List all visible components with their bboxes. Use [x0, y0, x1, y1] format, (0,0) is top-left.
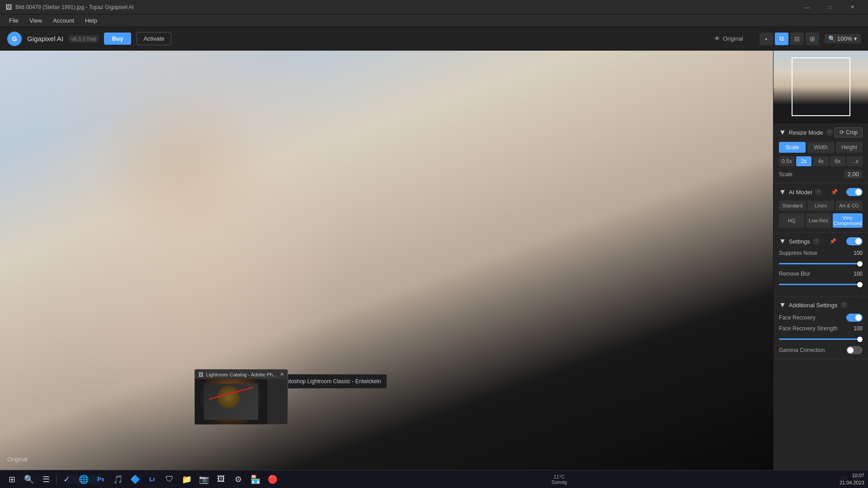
resize-mode-help[interactable]: ? [826, 129, 833, 136]
additional-settings-title: Additional Settings [789, 302, 838, 309]
original-label: Original [723, 35, 743, 42]
menu-account[interactable]: Account [47, 15, 80, 26]
app-header: G Gigapixel AI v6.3.3 Trial Buy Activate… [0, 27, 868, 51]
view-split-h-button[interactable]: ⊟ [790, 33, 804, 45]
taskbar-app-red-button[interactable]: 🔴 [264, 471, 281, 488]
remove-blur-slider[interactable] [779, 284, 863, 285]
face-recovery-toggle[interactable] [846, 314, 863, 322]
weather-desc: Sonnig [552, 479, 567, 485]
taskbar-photos-button[interactable]: 🖼 [213, 471, 229, 488]
resize-mode-row: ▼ Resize Mode ? ⟳ Crop [779, 127, 863, 137]
gamma-correction-toggle[interactable] [846, 346, 863, 354]
taskbar-security-button[interactable]: 🛡 [161, 471, 178, 488]
additional-settings-header[interactable]: ▼ Additional Settings ? [779, 301, 863, 309]
lines-model-button[interactable]: Lines [807, 201, 835, 211]
remove-blur-row: Remove Blur 100 [779, 271, 863, 287]
taskbar-clock: 10:07 21.04.2023 [840, 472, 864, 486]
ai-model-header[interactable]: ▼ AI Model ? 📌 [779, 188, 863, 196]
taskbar-start-button[interactable]: ⊞ [4, 471, 20, 488]
view-quad-button[interactable]: ⊞ [806, 33, 819, 45]
preview-icon: 🖼 [198, 372, 203, 377]
scale-options-row: Scale Width Height [779, 142, 863, 153]
face-recovery-strength-slider[interactable] [779, 338, 863, 340]
pin-icon[interactable]: 📌 [831, 189, 838, 195]
crop-icon: ⟳ [840, 129, 844, 136]
taskbar-music-button[interactable]: 🎵 [110, 471, 126, 488]
close-button[interactable]: ✕ [842, 0, 863, 14]
taskbar-browser-button[interactable]: 🌐 [75, 471, 92, 488]
art-cg-model-button[interactable]: Art & CG [835, 201, 863, 211]
model-type-buttons: Standard Lines Art & CG [779, 201, 863, 211]
menu-file[interactable]: File [4, 15, 24, 26]
taskbar-taskview-button[interactable]: ☰ [38, 471, 54, 488]
width-mode-button[interactable]: Width [807, 142, 834, 153]
taskbar-photoshop-button[interactable]: Ps [93, 471, 109, 488]
preset-6x-button[interactable]: 6x [830, 156, 846, 166]
ai-model-chevron-icon: ▼ [779, 188, 786, 196]
additional-settings-section: ▼ Additional Settings ? Face Recovery Fa… [774, 296, 868, 359]
main-content: Original Lightroom Catalog - Adobe Photo… [0, 51, 868, 470]
ai-model-title: AI Model [789, 189, 812, 196]
clock-date: 21.04.2023 [840, 479, 864, 486]
hq-mode-button[interactable]: HQ [779, 213, 804, 228]
ai-model-toggle[interactable] [846, 188, 863, 196]
additional-settings-help[interactable]: ? [840, 301, 848, 309]
preset-custom-button[interactable]: ...x [847, 156, 863, 166]
canvas-area: Original Lightroom Catalog - Adobe Photo… [0, 51, 773, 470]
activate-button[interactable]: Activate [137, 32, 171, 45]
taskbar-store-button[interactable]: 🏪 [247, 471, 264, 488]
menu-view[interactable]: View [24, 15, 47, 26]
app-logo: G [7, 32, 22, 46]
preset-4x-button[interactable]: 4x [813, 156, 829, 166]
low-res-mode-button[interactable]: Low Res [806, 213, 831, 228]
window-controls: — □ ✕ [797, 0, 863, 14]
taskbar-settings-button[interactable]: ⚙ [230, 471, 246, 488]
taskbar-app1-button[interactable]: 🔷 [127, 471, 143, 488]
suppress-noise-label-row: Suppress Noise 100 [779, 250, 863, 256]
window-icon: 🖼 [5, 4, 12, 11]
taskbar: ⊞ 🔍 ☰ ✓ 🌐 Ps 🎵 🔷 Lr 🛡 📁 📷 🖼 ⚙ 🏪 🔴 11°C S… [0, 470, 868, 488]
additional-chevron-icon: ▼ [779, 301, 786, 309]
resize-mode-header[interactable]: ▼ Resize Mode ? [779, 128, 833, 136]
preview-close-icon[interactable]: ✕ [280, 371, 284, 377]
preset-05x-button[interactable]: 0.5x [779, 156, 795, 166]
gamma-correction-label: Gamma Correction [779, 347, 825, 353]
view-controls: ▪ ⧉ ⊟ ⊞ [760, 33, 819, 45]
ai-model-help[interactable]: ? [815, 188, 822, 196]
settings-toggle[interactable] [846, 237, 863, 245]
preset-2x-button[interactable]: 2x [796, 156, 812, 166]
suppress-noise-slider[interactable] [779, 263, 863, 264]
view-single-button[interactable]: ▪ [760, 33, 773, 45]
settings-pin-icon[interactable]: 📌 [830, 238, 836, 244]
right-panel: ▼ Resize Mode ? ⟳ Crop Scale Width Heigh… [773, 51, 868, 470]
minimize-button[interactable]: — [797, 0, 817, 14]
scale-value-row: Scale 2.00 [779, 170, 863, 178]
clock-time: 10:07 [840, 472, 864, 479]
taskbar-explorer-button[interactable]: 📁 [179, 471, 195, 488]
taskbar-lightroom-button[interactable]: Lr [144, 471, 160, 488]
taskbar-camera-button[interactable]: 📷 [196, 471, 212, 488]
view-split-v-button[interactable]: ⧉ [775, 33, 788, 45]
zoom-control[interactable]: 🔍 100% ▾ [825, 34, 861, 43]
maximize-button[interactable]: □ [819, 0, 840, 14]
settings-header[interactable]: ▼ Settings ? 📌 [779, 237, 863, 245]
remove-blur-value: 100 [854, 271, 863, 277]
very-compressed-mode-button[interactable]: Very Compressed [833, 213, 863, 228]
resize-mode-title: Resize Mode [789, 129, 823, 136]
menu-help[interactable]: Help [80, 15, 103, 26]
thumbnail-area [774, 51, 868, 123]
standard-model-button[interactable]: Standard [779, 201, 806, 211]
quality-mode-buttons: HQ Low Res Very Compressed [779, 213, 863, 228]
resize-chevron-icon: ▼ [779, 128, 786, 136]
scale-mode-button[interactable]: Scale [779, 142, 806, 153]
taskbar-checklist-button[interactable]: ✓ [58, 471, 75, 488]
buy-button[interactable]: Buy [104, 33, 132, 45]
original-toggle[interactable]: 👁 Original [714, 35, 743, 42]
preview-photo [195, 379, 267, 424]
crop-label: Crop [846, 129, 858, 136]
app-version: v6.3.3 Trial [69, 35, 99, 42]
height-mode-button[interactable]: Height [836, 142, 863, 153]
crop-button[interactable]: ⟳ Crop [835, 127, 863, 137]
taskbar-search-button[interactable]: 🔍 [21, 471, 37, 488]
settings-help[interactable]: ? [813, 238, 820, 245]
